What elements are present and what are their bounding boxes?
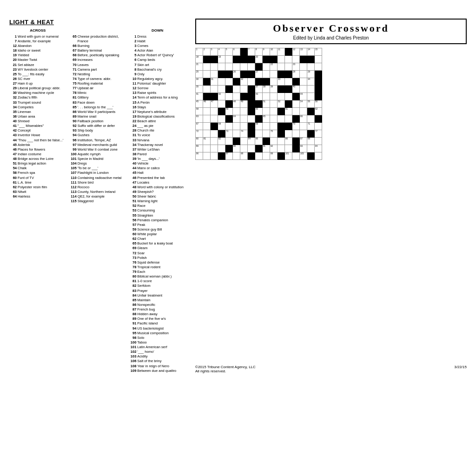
grid-cell[interactable] — [263, 108, 270, 115]
grid-cell[interactable]: 89 — [196, 145, 203, 152]
grid-cell[interactable] — [203, 108, 211, 115]
grid-cell[interactable] — [300, 130, 307, 138]
grid-cell[interactable] — [233, 123, 240, 130]
grid-cell[interactable]: 6 — [233, 48, 240, 56]
grid-cell[interactable]: 54 — [300, 100, 307, 108]
grid-cell[interactable]: 73 — [225, 130, 233, 138]
grid-cell[interactable]: 15 — [315, 48, 322, 56]
grid-cell[interactable]: 60 — [255, 108, 263, 115]
grid-cell[interactable]: 77 — [315, 130, 322, 138]
grid-cell[interactable] — [218, 63, 225, 71]
grid-cell[interactable]: 30 — [196, 78, 203, 86]
grid-cell[interactable] — [300, 78, 307, 86]
grid-cell[interactable] — [315, 123, 322, 130]
grid-cell[interactable]: 75 — [270, 130, 278, 138]
grid-cell[interactable]: 46 — [203, 100, 211, 108]
grid-cell[interactable]: 98 — [240, 152, 248, 160]
grid-cell[interactable]: 55 — [307, 100, 315, 108]
grid-cell[interactable] — [307, 63, 315, 71]
grid-cell[interactable]: 12 — [292, 48, 300, 56]
grid-cell[interactable]: 67 — [196, 123, 203, 130]
grid-cell[interactable] — [218, 100, 225, 108]
grid-cell[interactable]: 42 — [218, 93, 225, 100]
grid-cell[interactable]: 35 — [196, 86, 203, 93]
grid-cell[interactable] — [218, 86, 225, 93]
grid-cell[interactable]: 101 — [285, 152, 292, 160]
grid-cell[interactable] — [203, 152, 211, 160]
grid-cell[interactable]: 74 — [240, 130, 248, 138]
grid-cell[interactable] — [292, 100, 300, 108]
grid-cell[interactable] — [315, 63, 322, 71]
grid-cell[interactable] — [233, 86, 240, 93]
grid-cell[interactable] — [315, 138, 322, 145]
grid-cell[interactable] — [285, 56, 292, 63]
grid-cell[interactable] — [211, 145, 218, 152]
grid-cell[interactable]: 1 — [196, 48, 203, 56]
grid-cell[interactable] — [233, 108, 240, 115]
grid-cell[interactable] — [307, 115, 315, 123]
grid-cell[interactable] — [240, 115, 248, 123]
grid-cell[interactable] — [233, 93, 240, 100]
grid-cell[interactable]: 64 — [233, 115, 240, 123]
grid-cell[interactable]: 90 — [233, 145, 240, 152]
grid-cell[interactable]: 3 — [211, 48, 218, 56]
grid-cell[interactable]: 97 — [225, 152, 233, 160]
grid-cell[interactable]: 32 — [240, 78, 248, 86]
grid-cell[interactable] — [211, 138, 218, 145]
grid-cell[interactable]: 61 — [285, 108, 292, 115]
grid-cell[interactable]: 43 — [255, 93, 263, 100]
grid-cell[interactable] — [203, 115, 211, 123]
grid-cell[interactable]: 19 — [218, 56, 225, 63]
grid-cell[interactable]: 86 — [285, 138, 292, 145]
grid-cell[interactable] — [278, 56, 285, 63]
grid-cell[interactable]: 5 — [225, 48, 233, 56]
grid-cell[interactable] — [285, 93, 292, 100]
grid-cell[interactable]: 47 — [211, 100, 218, 108]
grid-cell[interactable] — [240, 63, 248, 71]
grid-cell[interactable] — [240, 138, 248, 145]
grid-cell[interactable] — [240, 145, 248, 152]
grid-cell[interactable] — [218, 78, 225, 86]
grid-cell[interactable]: 65 — [263, 115, 270, 123]
grid-cell[interactable]: 33 — [278, 78, 285, 86]
grid-cell[interactable]: 2 — [203, 48, 211, 56]
grid-cell[interactable]: 13 — [300, 48, 307, 56]
grid-cell[interactable]: 26 — [233, 71, 240, 78]
grid-cell[interactable]: 29 — [307, 71, 315, 78]
grid-cell[interactable] — [263, 152, 270, 160]
grid-cell[interactable]: 68 — [218, 123, 225, 130]
grid-cell[interactable]: 87 — [300, 138, 307, 145]
grid-cell[interactable]: 96 — [196, 152, 203, 160]
grid-cell[interactable]: 8 — [255, 48, 263, 56]
grid-cell[interactable] — [218, 115, 225, 123]
grid-cell[interactable] — [211, 71, 218, 78]
grid-cell[interactable]: 52 — [278, 100, 285, 108]
grid-cell[interactable]: 20 — [255, 56, 263, 63]
grid-cell[interactable] — [285, 145, 292, 152]
grid-cell[interactable]: 23 — [292, 63, 300, 71]
grid-cell[interactable]: 80 — [196, 138, 203, 145]
grid-cell[interactable] — [211, 108, 218, 115]
grid-cell[interactable] — [263, 123, 270, 130]
grid-cell[interactable] — [270, 115, 278, 123]
grid-cell[interactable]: 7 — [248, 48, 255, 56]
grid-cell[interactable] — [203, 123, 211, 130]
grid-cell[interactable] — [255, 152, 263, 160]
grid-cell[interactable] — [285, 78, 292, 86]
grid-cell[interactable]: 63 — [196, 115, 203, 123]
grid-cell[interactable]: 66 — [300, 115, 307, 123]
grid-cell[interactable]: 72 — [196, 130, 203, 138]
grid-cell[interactable] — [211, 115, 218, 123]
grid-cell[interactable] — [300, 86, 307, 93]
grid-cell[interactable] — [225, 93, 233, 100]
grid-cell[interactable] — [263, 93, 270, 100]
grid-cell[interactable] — [248, 63, 255, 71]
grid-cell[interactable]: 94 — [315, 145, 322, 152]
grid-cell[interactable] — [203, 86, 211, 93]
grid-cell[interactable]: 56 — [315, 100, 322, 108]
grid-cell[interactable] — [211, 130, 218, 138]
grid-cell[interactable]: 69 — [255, 123, 263, 130]
grid-cell[interactable]: 82 — [218, 138, 225, 145]
grid-cell[interactable]: 41 — [196, 93, 203, 100]
grid-cell[interactable]: 92 — [270, 145, 278, 152]
